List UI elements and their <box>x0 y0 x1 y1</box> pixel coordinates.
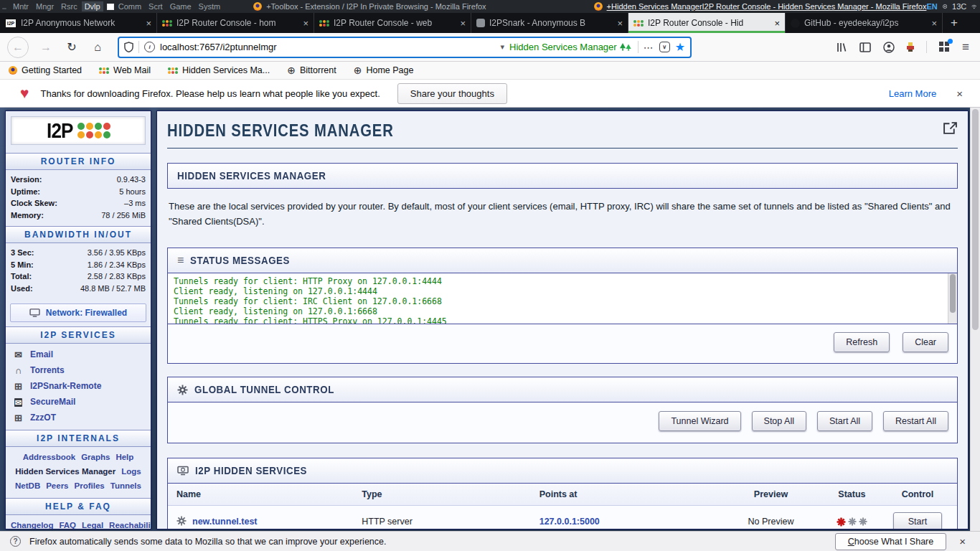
taskbar-menu-item[interactable]: Mngr <box>33 1 57 11</box>
link-hidden-services-manager-active[interactable]: Hidden Services Manager <box>15 467 116 476</box>
sidebar-item-email[interactable]: ✉Email <box>6 347 151 362</box>
toolbar-right-icons: ≡ <box>836 40 980 55</box>
clear-button[interactable]: Clear <box>903 332 948 352</box>
status-log[interactable]: Tunnels ready for client: HTTP Proxy on … <box>168 273 957 324</box>
taskbar-menu-item[interactable]: Game <box>167 1 194 11</box>
taskbar-menu-item[interactable]: Systm <box>196 1 224 11</box>
wifi-icon[interactable] <box>971 3 977 11</box>
tab-github[interactable]: GitHub - eyedeekay/i2ps × <box>786 13 943 33</box>
taskbar-menu-item[interactable]: Comm <box>116 1 144 11</box>
account-icon[interactable] <box>883 42 895 53</box>
extensions-grid-icon[interactable] <box>939 42 950 52</box>
log-line: Tunnels ready for client: HTTP Proxy on … <box>174 276 941 286</box>
taskbar-menu-item[interactable]: Mntr <box>10 1 32 11</box>
choose-what-i-share-button[interactable]: Choose What I Share <box>835 533 947 550</box>
tab-close-icon[interactable]: × <box>460 18 466 29</box>
library-icon[interactable] <box>836 42 847 53</box>
reload-button[interactable]: ↻ <box>63 39 80 56</box>
link-addressbook[interactable]: Addressbook <box>23 453 76 461</box>
external-link-icon[interactable] <box>943 121 958 135</box>
bookmark-home-page[interactable]: ⊕Home Page <box>354 65 414 75</box>
refresh-button[interactable]: Refresh <box>834 332 890 352</box>
link-help[interactable]: Help <box>116 453 133 461</box>
sidebar-item-securemail[interactable]: ✉SecureMail <box>6 394 151 410</box>
hamburger-menu-icon[interactable]: ≡ <box>962 40 969 55</box>
tunnel-name-link[interactable]: new.tunnel.test <box>192 517 258 527</box>
log-scrollbar[interactable] <box>948 273 957 324</box>
extension-character-icon[interactable] <box>907 42 914 52</box>
help-links: ChangelogFAQLegalReachability SetupSideb… <box>6 515 151 529</box>
keyboard-layout-indicator[interactable]: EN <box>926 2 937 11</box>
taskbar-menu-item[interactable]: Rsrc <box>58 1 80 11</box>
tab-close-icon[interactable]: × <box>931 18 937 29</box>
log-scrollbar-thumb[interactable] <box>950 274 956 313</box>
taskbar-menu-item[interactable]: Scrt <box>146 1 166 11</box>
site-info-icon[interactable]: i <box>144 42 155 52</box>
home-button[interactable]: ⌂ <box>89 39 106 56</box>
sidebar-toggle-icon[interactable] <box>859 42 871 52</box>
points-at-link[interactable]: 127.0.0.1:5000 <box>540 517 600 527</box>
tunnel-wizard-button[interactable]: Tunnel Wizard <box>659 411 740 431</box>
link-profiles[interactable]: Profiles <box>75 481 105 490</box>
back-button[interactable]: ← <box>7 37 29 58</box>
shield-icon[interactable] <box>124 42 133 52</box>
taskbar-window-firefox-active[interactable]: +Hidden Services ManagerI2P Router Conso… <box>594 2 927 11</box>
link-netdb[interactable]: NetDB <box>15 481 40 490</box>
taskbar-menu-item-active[interactable]: Dvlp <box>82 1 103 11</box>
tab-close-icon[interactable]: × <box>146 18 151 29</box>
page-actions-more-icon[interactable]: ⋯ <box>644 42 654 53</box>
gear-icon[interactable] <box>176 516 187 528</box>
share-thoughts-button[interactable]: Share your thoughts <box>397 83 507 104</box>
link-faq[interactable]: FAQ <box>59 521 76 529</box>
start-button[interactable]: Start <box>893 512 942 529</box>
learn-more-link[interactable]: Learn More <box>889 88 936 99</box>
sidebar-item-zzzot[interactable]: ⊞ZzzOT <box>6 410 151 425</box>
info-row: Memory:78 / 256 MiB <box>6 209 151 222</box>
data-bar-text: Firefox automatically sends some data to… <box>29 537 386 547</box>
tab-router-console-home[interactable]: I2P Router Console - hom × <box>157 13 314 33</box>
page-scrollbar-thumb[interactable] <box>972 109 979 330</box>
sidebar-item-i2psnark-remote[interactable]: ⊞I2PSnark-Remote <box>6 378 151 394</box>
bookmark-bittorrent[interactable]: ⊕Bittorrent <box>287 65 336 75</box>
tab-close-icon[interactable]: × <box>774 18 780 29</box>
bookmark-star-icon[interactable]: ★ <box>675 40 685 54</box>
sidebar-item-torrents[interactable]: ∩Torrents <box>6 362 151 378</box>
network-disconnected-icon[interactable] <box>943 2 947 11</box>
tab-close-icon[interactable]: × <box>617 18 623 29</box>
i2p-logo[interactable]: I2P <box>11 116 146 145</box>
tab-router-console-web[interactable]: I2P Router Console - web × <box>314 13 471 33</box>
taskbar-window-firefox-toolbox[interactable]: +Toolbox - Extension / I2P In Private Br… <box>253 2 486 11</box>
tab-hidden-services-manager-active[interactable]: I2P Router Console - Hid × <box>628 13 786 33</box>
notification-close-icon[interactable]: × <box>956 88 963 100</box>
link-logs[interactable]: Logs <box>121 467 141 476</box>
link-peers[interactable]: Peers <box>46 481 68 490</box>
stop-all-button[interactable]: Stop All <box>752 411 806 431</box>
link-tunnels[interactable]: Tunnels <box>110 481 141 490</box>
start-all-button[interactable]: Start All <box>817 411 872 431</box>
tab-i2p-anonymous-network[interactable]: I2P I2P Anonymous Network × <box>0 13 157 33</box>
page-scrollbar[interactable] <box>970 108 980 531</box>
forward-button[interactable]: → <box>37 39 55 56</box>
link-graphs[interactable]: Graphs <box>81 453 110 461</box>
network-status[interactable]: Network: Firewalled <box>10 303 146 322</box>
bookmark-getting-started[interactable]: Getting Started <box>9 65 82 75</box>
new-tab-button[interactable]: + <box>943 13 966 33</box>
bookmark-web-mail[interactable]: Web Mail <box>99 65 151 75</box>
workspace-indicator-icon[interactable] <box>107 4 114 10</box>
restart-all-button[interactable]: Restart All <box>883 411 948 431</box>
window-title: +Toolbox - Extension / I2P In Private Br… <box>266 2 486 11</box>
page-action-label[interactable]: Hidden Services Manager <box>509 42 633 52</box>
pocket-icon[interactable]: ∨ <box>659 42 670 52</box>
temperature-indicator[interactable]: 13C <box>952 2 966 11</box>
url-text[interactable]: localhost:7657/i2ptunnelmgr <box>160 42 496 52</box>
url-bar[interactable]: i localhost:7657/i2ptunnelmgr ▾ Hidden S… <box>118 37 692 58</box>
data-bar-close-icon[interactable]: × <box>959 535 966 547</box>
chevron-down-icon[interactable]: ▾ <box>501 42 505 52</box>
divider <box>638 41 639 53</box>
tab-i2psnark[interactable]: I2PSnark - Anonymous B × <box>471 13 628 33</box>
tab-close-icon[interactable]: × <box>303 18 308 29</box>
link-changelog[interactable]: Changelog <box>11 521 53 529</box>
bookmark-hidden-services[interactable]: Hidden Services Ma... <box>168 65 270 75</box>
link-reachability[interactable]: Reachability <box>109 521 151 529</box>
link-legal[interactable]: Legal <box>82 521 103 529</box>
